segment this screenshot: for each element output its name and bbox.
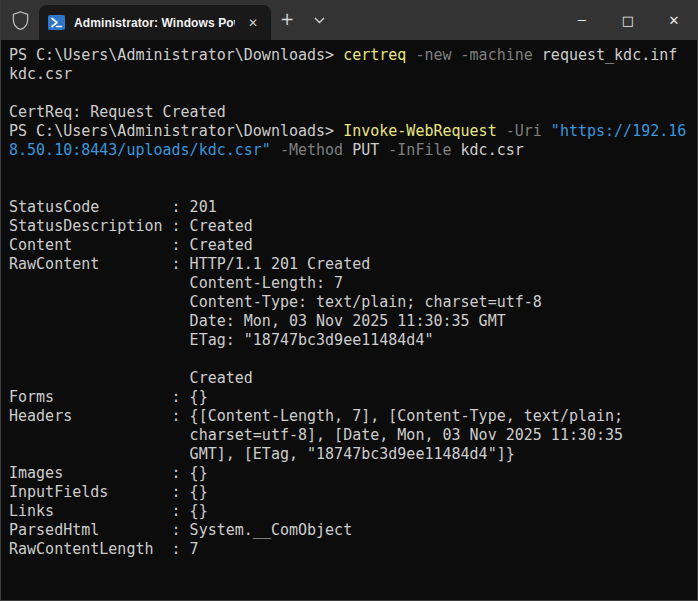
terminal-window: Administrator: Windows PowerShell ✕ + ─ … bbox=[0, 0, 698, 601]
tab-title: Administrator: Windows PowerShell bbox=[74, 16, 235, 30]
tab-powershell[interactable]: Administrator: Windows PowerShell ✕ bbox=[39, 5, 271, 40]
terminal-line: Date: Mon, 03 Nov 2025 11:30:35 GMT bbox=[9, 312, 689, 331]
terminal-line: 8.50.10:8443/uploads/kdc.csr" -Method PU… bbox=[9, 141, 689, 160]
terminal-line: GMT], [ETag, "18747bc3d9ee11484d4"]} bbox=[9, 445, 689, 464]
terminal-line: PS C:\Users\Administrator\Downloads> cer… bbox=[9, 46, 689, 65]
terminal-line: PS C:\Users\Administrator\Downloads> Inv… bbox=[9, 122, 689, 141]
terminal-output[interactable]: PS C:\Users\Administrator\Downloads> cer… bbox=[1, 40, 697, 601]
minimize-button[interactable]: ─ bbox=[559, 0, 605, 40]
terminal-line: Images : {} bbox=[9, 464, 689, 483]
terminal-line: RawContent : HTTP/1.1 201 Created bbox=[9, 255, 689, 274]
terminal-line: Content-Length: 7 bbox=[9, 274, 689, 293]
terminal-line: kdc.csr bbox=[9, 65, 689, 84]
titlebar: Administrator: Windows PowerShell ✕ + ─ … bbox=[1, 0, 697, 40]
plus-icon: + bbox=[280, 9, 294, 29]
powershell-icon bbox=[48, 15, 65, 30]
terminal-line: ParsedHtml : System.__ComObject bbox=[9, 521, 689, 540]
admin-shield-icon bbox=[1, 0, 39, 40]
terminal-line: StatusCode : 201 bbox=[9, 198, 689, 217]
close-icon: ✕ bbox=[669, 13, 680, 28]
terminal-line bbox=[9, 350, 689, 369]
terminal-line: Headers : {[Content-Length, 7], [Content… bbox=[9, 407, 689, 426]
terminal-line: ETag: "18747bc3d9ee11484d4" bbox=[9, 331, 689, 350]
terminal-line: Content : Created bbox=[9, 236, 689, 255]
terminal-line: Content-Type: text/plain; charset=utf-8 bbox=[9, 293, 689, 312]
terminal-line: InputFields : {} bbox=[9, 483, 689, 502]
new-tab-button[interactable]: + bbox=[271, 0, 303, 40]
terminal-line: charset=utf-8], [Date, Mon, 03 Nov 2025 … bbox=[9, 426, 689, 445]
terminal-line: Created bbox=[9, 369, 689, 388]
maximize-button[interactable]: □ bbox=[605, 0, 651, 40]
terminal-line: CertReq: Request Created bbox=[9, 103, 689, 122]
tab-dropdown-button[interactable] bbox=[303, 0, 335, 40]
close-button[interactable]: ✕ bbox=[651, 0, 697, 40]
terminal-line bbox=[9, 84, 689, 103]
minimize-icon: ─ bbox=[578, 13, 586, 28]
maximize-icon: □ bbox=[622, 13, 634, 28]
terminal-line bbox=[9, 179, 689, 198]
caption-buttons: ─ □ ✕ bbox=[559, 0, 697, 40]
terminal-line: StatusDescription : Created bbox=[9, 217, 689, 236]
terminal-line: Forms : {} bbox=[9, 388, 689, 407]
chevron-down-icon bbox=[314, 17, 325, 24]
terminal-line: RawContentLength : 7 bbox=[9, 540, 689, 559]
terminal-line bbox=[9, 160, 689, 179]
tab-close-icon[interactable]: ✕ bbox=[244, 14, 262, 32]
terminal-line: Links : {} bbox=[9, 502, 689, 521]
